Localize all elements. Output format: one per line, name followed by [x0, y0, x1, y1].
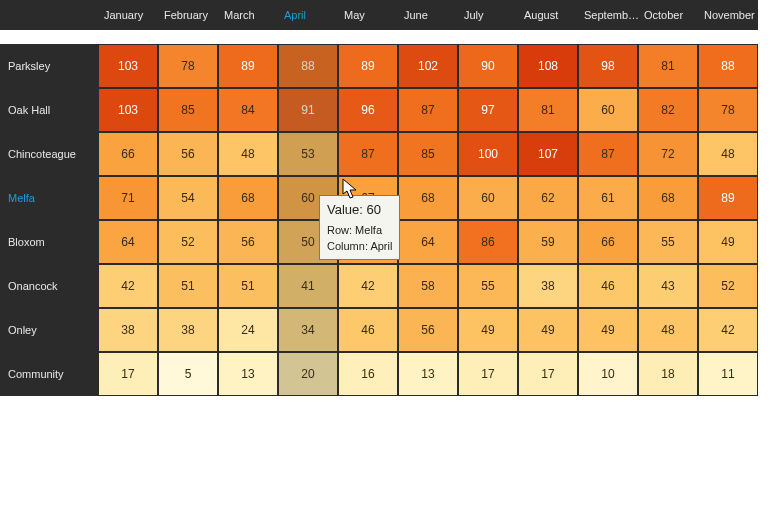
heatmap-cell[interactable]: 89 — [698, 176, 758, 220]
heatmap-cell[interactable]: 17 — [98, 352, 158, 396]
heatmap-cell[interactable]: 55 — [638, 220, 698, 264]
heatmap-cell[interactable]: 98 — [578, 44, 638, 88]
heatmap-cell[interactable]: 52 — [158, 220, 218, 264]
heatmap-cell[interactable]: 34 — [278, 308, 338, 352]
heatmap-cell[interactable]: 68 — [218, 176, 278, 220]
heatmap-cell[interactable]: 46 — [578, 264, 638, 308]
heatmap-cell[interactable]: 11 — [698, 352, 758, 396]
heatmap-cell[interactable]: 56 — [218, 220, 278, 264]
heatmap-cell[interactable]: 20 — [278, 352, 338, 396]
row-header[interactable]: Parksley — [0, 44, 98, 88]
heatmap-cell[interactable]: 64 — [98, 220, 158, 264]
heatmap-cell[interactable]: 46 — [338, 308, 398, 352]
heatmap-cell[interactable]: 59 — [518, 220, 578, 264]
heatmap-cell[interactable]: 24 — [218, 308, 278, 352]
heatmap-cell[interactable]: 43 — [638, 264, 698, 308]
column-header[interactable]: March — [218, 0, 278, 30]
heatmap-cell[interactable]: 85 — [398, 132, 458, 176]
heatmap-cell[interactable]: 87 — [398, 88, 458, 132]
heatmap-cell[interactable]: 81 — [518, 88, 578, 132]
heatmap-cell[interactable]: 48 — [698, 132, 758, 176]
heatmap-cell[interactable]: 38 — [518, 264, 578, 308]
heatmap-cell[interactable]: 71 — [98, 176, 158, 220]
heatmap-cell[interactable]: 108 — [518, 44, 578, 88]
column-header[interactable]: July — [458, 0, 518, 30]
heatmap-cell[interactable]: 96 — [338, 88, 398, 132]
heatmap-cell[interactable]: 48 — [638, 308, 698, 352]
column-header[interactable]: January — [98, 0, 158, 30]
heatmap-cell[interactable]: 64 — [398, 220, 458, 264]
row-header[interactable]: Oak Hall — [0, 88, 98, 132]
row-header[interactable]: Melfa — [0, 176, 98, 220]
column-header[interactable]: Septemb… — [578, 0, 638, 30]
heatmap-cell[interactable]: 53 — [278, 132, 338, 176]
heatmap-cell[interactable]: 89 — [338, 44, 398, 88]
heatmap-cell[interactable]: 17 — [458, 352, 518, 396]
heatmap-cell[interactable]: 60 — [458, 176, 518, 220]
heatmap-cell[interactable]: 66 — [98, 132, 158, 176]
heatmap-cell[interactable]: 50 — [278, 220, 338, 264]
heatmap-cell[interactable]: 97 — [458, 88, 518, 132]
heatmap-cell[interactable]: 42 — [98, 264, 158, 308]
heatmap-cell[interactable]: 103 — [98, 88, 158, 132]
heatmap-cell[interactable]: 86 — [458, 220, 518, 264]
heatmap-cell[interactable]: 51 — [158, 264, 218, 308]
heatmap-cell[interactable]: 38 — [158, 308, 218, 352]
heatmap-cell[interactable]: 13 — [398, 352, 458, 396]
row-header[interactable]: Chincoteague — [0, 132, 98, 176]
column-header[interactable]: June — [398, 0, 458, 30]
heatmap-cell[interactable]: 88 — [278, 44, 338, 88]
heatmap-cell[interactable]: 10 — [578, 352, 638, 396]
heatmap-cell[interactable]: 88 — [698, 44, 758, 88]
heatmap-cell[interactable]: 85 — [158, 88, 218, 132]
heatmap-cell[interactable]: 16 — [338, 352, 398, 396]
heatmap-cell[interactable]: 52 — [698, 264, 758, 308]
column-header[interactable]: November — [698, 0, 758, 30]
column-header[interactable]: October — [638, 0, 698, 30]
heatmap-cell[interactable]: 68 — [638, 176, 698, 220]
heatmap-cell[interactable]: 41 — [278, 264, 338, 308]
heatmap-cell[interactable]: 103 — [98, 44, 158, 88]
heatmap-cell[interactable]: 100 — [458, 132, 518, 176]
heatmap-cell[interactable]: 49 — [518, 308, 578, 352]
heatmap-cell[interactable]: 89 — [218, 44, 278, 88]
heatmap-cell[interactable]: 42 — [698, 308, 758, 352]
heatmap-cell[interactable]: 62 — [518, 176, 578, 220]
heatmap-cell[interactable]: 58 — [398, 264, 458, 308]
column-header[interactable]: May — [338, 0, 398, 30]
heatmap-cell[interactable]: 54 — [158, 176, 218, 220]
heatmap-cell[interactable]: 5 — [158, 352, 218, 396]
heatmap-cell[interactable]: 61 — [578, 176, 638, 220]
heatmap-cell[interactable]: 49 — [458, 308, 518, 352]
heatmap-cell[interactable]: 66 — [578, 220, 638, 264]
heatmap-cell[interactable]: 90 — [458, 44, 518, 88]
heatmap-cell[interactable]: 17 — [518, 352, 578, 396]
heatmap-cell[interactable]: 82 — [638, 88, 698, 132]
heatmap-cell[interactable]: 68 — [398, 176, 458, 220]
heatmap-cell[interactable]: 56 — [158, 132, 218, 176]
heatmap-cell[interactable]: 102 — [398, 44, 458, 88]
row-header[interactable]: Onancock — [0, 264, 98, 308]
heatmap-cell[interactable]: 72 — [638, 132, 698, 176]
heatmap-cell[interactable]: 78 — [158, 44, 218, 88]
column-header[interactable]: February — [158, 0, 218, 30]
heatmap-cell[interactable]: 67 — [338, 176, 398, 220]
row-header[interactable]: Community — [0, 352, 98, 396]
column-header[interactable]: April — [278, 0, 338, 30]
heatmap-cell[interactable]: 84 — [218, 88, 278, 132]
heatmap-cell[interactable]: 81 — [638, 44, 698, 88]
heatmap-cell[interactable]: 38 — [98, 308, 158, 352]
heatmap-cell[interactable]: 87 — [578, 132, 638, 176]
heatmap-cell[interactable]: 42 — [338, 264, 398, 308]
column-header[interactable]: August — [518, 0, 578, 30]
heatmap-cell[interactable]: 13 — [218, 352, 278, 396]
heatmap-cell[interactable]: 107 — [518, 132, 578, 176]
heatmap-cell[interactable]: 56 — [398, 308, 458, 352]
heatmap-cell[interactable]: 49 — [698, 220, 758, 264]
heatmap-cell[interactable]: 55 — [458, 264, 518, 308]
heatmap-cell[interactable]: 60 — [278, 176, 338, 220]
heatmap-cell[interactable]: 60 — [578, 88, 638, 132]
heatmap-cell[interactable]: 51 — [218, 264, 278, 308]
heatmap-cell[interactable]: 48 — [218, 132, 278, 176]
heatmap-cell[interactable]: 91 — [278, 88, 338, 132]
